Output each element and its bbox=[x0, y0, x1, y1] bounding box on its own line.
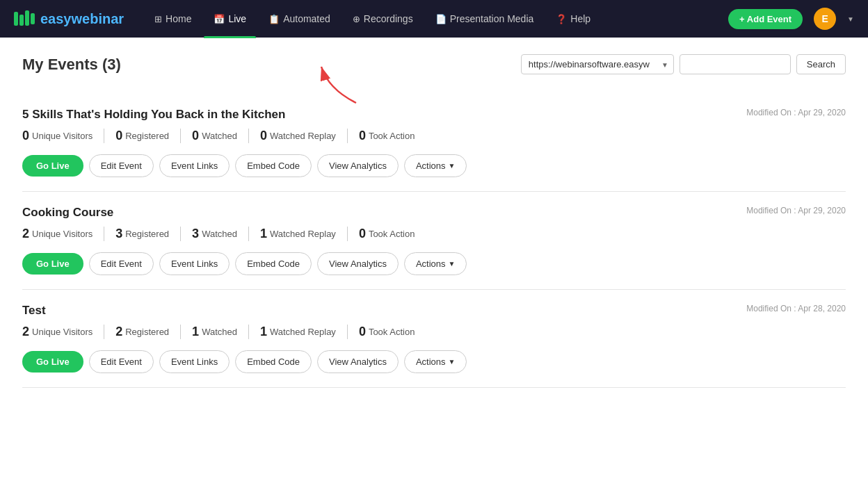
stat-number: 0 bbox=[192, 129, 199, 143]
nav-item-presentation-media[interactable]: 📄 Presentation Media bbox=[426, 9, 544, 28]
nav-item-recordings[interactable]: ⊕ Recordings bbox=[343, 9, 423, 28]
event-card-3: Test Modified On : Apr 28, 2020 2 Unique… bbox=[22, 290, 846, 388]
event-stats: 2 Unique Visitors 3 Registered 3 Watched… bbox=[22, 227, 846, 241]
stat-label: Registered bbox=[125, 229, 169, 239]
event-links-button[interactable]: Event Links bbox=[159, 154, 230, 177]
nav-item-home[interactable]: ⊞ Home bbox=[145, 9, 201, 28]
event-card-1: 5 Skills That's Holding You Back in the … bbox=[22, 94, 846, 192]
help-icon: ❓ bbox=[556, 14, 567, 24]
url-select-wrapper: https://webinarsoftware.easyw bbox=[521, 54, 674, 74]
search-input[interactable] bbox=[680, 54, 791, 74]
stat-item: 0 Watched bbox=[181, 129, 249, 143]
view-analytics-button[interactable]: View Analytics bbox=[317, 154, 399, 177]
stat-item: 0 Took Action bbox=[348, 325, 426, 339]
stat-label: Unique Visitors bbox=[32, 131, 93, 141]
stat-item: 3 Registered bbox=[104, 227, 181, 241]
recordings-icon: ⊕ bbox=[353, 14, 360, 24]
search-button[interactable]: Search bbox=[796, 54, 846, 74]
embed-code-button[interactable]: Embed Code bbox=[235, 154, 312, 177]
edit-event-button[interactable]: Edit Event bbox=[89, 350, 154, 373]
nav-item-help[interactable]: ❓ Help bbox=[546, 9, 600, 28]
go-live-button[interactable]: Go Live bbox=[22, 253, 83, 275]
stat-label: Took Action bbox=[369, 327, 415, 337]
stat-label: Unique Visitors bbox=[32, 327, 93, 337]
event-name: Test bbox=[22, 304, 46, 318]
event-name: 5 Skills That's Holding You Back in the … bbox=[22, 108, 285, 122]
avatar[interactable]: E bbox=[814, 8, 836, 30]
user-caret-icon[interactable]: ▼ bbox=[847, 15, 854, 23]
stat-number: 1 bbox=[260, 227, 267, 241]
add-event-button[interactable]: + Add Event bbox=[728, 9, 803, 29]
stat-label: Watched bbox=[202, 131, 237, 141]
embed-code-button[interactable]: Embed Code bbox=[235, 252, 312, 275]
nav-item-automated[interactable]: 📋 Automated bbox=[259, 9, 340, 28]
page-header: My Events (3) https://webinarsoftware.ea… bbox=[22, 54, 846, 74]
presentation-icon: 📄 bbox=[435, 14, 447, 24]
actions-button[interactable]: Actions ▼ bbox=[404, 252, 467, 275]
nav-item-live[interactable]: 📅 Live bbox=[204, 9, 256, 28]
main-content: My Events (3) https://webinarsoftware.ea… bbox=[0, 38, 868, 499]
event-stats: 2 Unique Visitors 2 Registered 1 Watched… bbox=[22, 325, 846, 339]
stat-item: 2 Registered bbox=[104, 325, 181, 339]
event-modified: Modified On : Apr 29, 2020 bbox=[746, 206, 846, 215]
svg-rect-1 bbox=[19, 15, 24, 26]
actions-button[interactable]: Actions ▼ bbox=[404, 154, 467, 177]
stat-item: 2 Unique Visitors bbox=[22, 227, 104, 241]
event-actions: Go Live Edit Event Event Links Embed Cod… bbox=[22, 154, 846, 177]
embed-code-button[interactable]: Embed Code bbox=[235, 350, 312, 373]
stat-item: 0 Took Action bbox=[348, 227, 426, 241]
edit-event-button[interactable]: Edit Event bbox=[89, 252, 154, 275]
view-analytics-button[interactable]: View Analytics bbox=[317, 252, 399, 275]
svg-rect-3 bbox=[31, 13, 35, 24]
stat-label: Took Action bbox=[369, 229, 415, 239]
event-modified: Modified On : Apr 28, 2020 bbox=[746, 304, 846, 313]
go-live-button[interactable]: Go Live bbox=[22, 351, 83, 373]
event-name: Cooking Course bbox=[22, 206, 113, 220]
svg-rect-2 bbox=[25, 10, 29, 26]
automated-icon: 📋 bbox=[268, 14, 280, 24]
stat-label: Watched Replay bbox=[270, 229, 336, 239]
edit-event-button[interactable]: Edit Event bbox=[89, 154, 154, 177]
event-header: Cooking Course Modified On : Apr 29, 202… bbox=[22, 206, 846, 220]
stat-number: 0 bbox=[359, 227, 366, 241]
event-header: Test Modified On : Apr 28, 2020 bbox=[22, 304, 846, 318]
url-select[interactable]: https://webinarsoftware.easyw bbox=[521, 54, 674, 74]
go-live-button[interactable]: Go Live bbox=[22, 155, 83, 177]
logo-text: easywebinar bbox=[40, 11, 124, 27]
stat-item: 1 Watched Replay bbox=[249, 325, 348, 339]
logo-icon bbox=[14, 9, 36, 28]
stat-number: 3 bbox=[115, 227, 122, 241]
stat-number: 0 bbox=[260, 129, 267, 143]
stat-item: 0 Registered bbox=[104, 129, 181, 143]
stat-item: 1 Watched Replay bbox=[249, 227, 348, 241]
actions-button[interactable]: Actions ▼ bbox=[404, 350, 467, 373]
stat-number: 0 bbox=[115, 129, 122, 143]
search-area: https://webinarsoftware.easyw Search bbox=[521, 54, 846, 74]
stat-item: 0 Unique Visitors bbox=[22, 129, 104, 143]
stat-number: 0 bbox=[359, 325, 366, 339]
nav-links: ⊞ Home 📅 Live 📋 Automated ⊕ Recordings 📄… bbox=[145, 9, 728, 28]
home-icon: ⊞ bbox=[154, 14, 162, 24]
actions-caret-icon: ▼ bbox=[449, 358, 456, 366]
stat-number: 3 bbox=[192, 227, 199, 241]
stat-item: 0 Watched Replay bbox=[249, 129, 348, 143]
view-analytics-button[interactable]: View Analytics bbox=[317, 350, 399, 373]
logo: easywebinar bbox=[14, 9, 124, 28]
event-links-button[interactable]: Event Links bbox=[159, 252, 230, 275]
live-icon: 📅 bbox=[214, 14, 225, 24]
event-header: 5 Skills That's Holding You Back in the … bbox=[22, 108, 846, 122]
stat-number: 2 bbox=[22, 227, 29, 241]
event-modified: Modified On : Apr 29, 2020 bbox=[746, 108, 846, 117]
svg-rect-0 bbox=[14, 12, 18, 26]
page-title: My Events (3) bbox=[22, 56, 121, 74]
event-stats: 0 Unique Visitors 0 Registered 0 Watched… bbox=[22, 129, 846, 143]
stat-label: Watched bbox=[202, 229, 237, 239]
stat-item: 0 Took Action bbox=[348, 129, 426, 143]
stat-item: 3 Watched bbox=[181, 227, 249, 241]
navbar: easywebinar ⊞ Home 📅 Live 📋 Automated ⊕ … bbox=[0, 0, 868, 38]
stat-label: Registered bbox=[125, 327, 169, 337]
stat-label: Registered bbox=[125, 131, 169, 141]
event-links-button[interactable]: Event Links bbox=[159, 350, 230, 373]
stat-number: 2 bbox=[22, 325, 29, 339]
event-actions: Go Live Edit Event Event Links Embed Cod… bbox=[22, 252, 846, 275]
